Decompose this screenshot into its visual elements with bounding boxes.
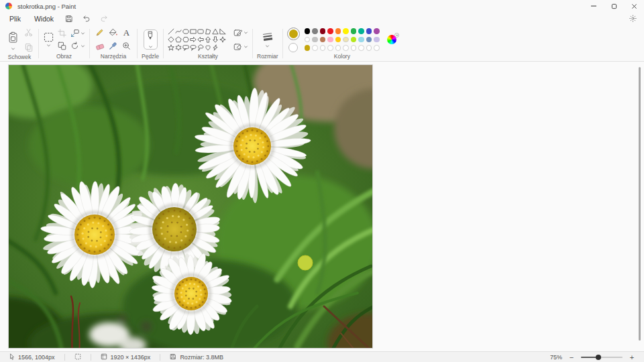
eyedropper-tool[interactable]: [107, 40, 119, 52]
color-swatch-r1-7[interactable]: [358, 28, 364, 34]
custom-color-slot-empty[interactable]: [335, 45, 341, 51]
custom-color-slot-empty[interactable]: [374, 45, 380, 51]
color-swatch-r1-0[interactable]: [305, 28, 311, 34]
close-button[interactable]: [624, 0, 644, 12]
canvas-area[interactable]: [0, 62, 644, 351]
shapes-grid: [168, 28, 226, 52]
color-swatch-r2-9[interactable]: [374, 37, 380, 43]
custom-color-slot-empty[interactable]: [312, 45, 318, 51]
color-1-selected[interactable]: [287, 27, 300, 40]
zoom-slider[interactable]: [581, 357, 623, 358]
shape-heart-icon[interactable]: [205, 44, 211, 51]
rotate-dropdown[interactable]: [80, 44, 85, 48]
shape-rounded-rectangle-icon[interactable]: [197, 28, 204, 35]
shape-polygon-icon[interactable]: [205, 28, 211, 35]
shape-five-point-star-icon[interactable]: [168, 44, 174, 51]
image-size-icon: [101, 353, 107, 361]
shape-arrow-down-icon[interactable]: [212, 36, 219, 43]
shape-arrow-up-icon[interactable]: [205, 36, 211, 43]
shape-pentagon-icon[interactable]: [175, 36, 182, 43]
color-swatch-r1-2[interactable]: [320, 28, 326, 34]
save-button[interactable]: [62, 13, 76, 24]
resize-image-button[interactable]: [69, 27, 80, 39]
shape-arrow-right-icon[interactable]: [190, 36, 197, 43]
rotate-button[interactable]: [69, 40, 80, 52]
color-swatch-custom-0[interactable]: [305, 45, 311, 51]
text-tool[interactable]: A: [121, 27, 132, 38]
color-swatch-r1-9[interactable]: [374, 28, 380, 34]
select-button[interactable]: [43, 32, 54, 43]
color-swatch-r2-3[interactable]: [327, 37, 333, 43]
custom-color-slot-empty[interactable]: [343, 45, 349, 51]
shape-outline-dropdown[interactable]: [244, 31, 248, 35]
brushes-button[interactable]: [144, 29, 158, 50]
shape-arrow-left-icon[interactable]: [197, 36, 204, 43]
zoom-slider-thumb[interactable]: [596, 355, 601, 360]
fill-tool[interactable]: [107, 27, 119, 38]
shape-fill-dropdown[interactable]: [244, 45, 248, 49]
colors-label: Kolory: [334, 52, 350, 61]
color-swatch-r2-1[interactable]: [312, 37, 318, 43]
redo-button[interactable]: [97, 13, 111, 24]
color-swatch-r1-6[interactable]: [351, 28, 357, 34]
color-swatch-r1-5[interactable]: [343, 28, 349, 34]
shape-oval-icon[interactable]: [182, 28, 189, 35]
shape-right-triangle-icon[interactable]: [219, 28, 226, 35]
custom-color-slot-empty[interactable]: [366, 45, 372, 51]
custom-color-slot-empty[interactable]: [320, 45, 326, 51]
color-swatch-r2-4[interactable]: [335, 37, 341, 43]
settings-gear-icon[interactable]: [625, 13, 640, 24]
color-swatch-r1-1[interactable]: [312, 28, 318, 34]
resize-canvas-button[interactable]: [56, 40, 68, 52]
paste-button[interactable]: [5, 29, 21, 46]
color-swatch-r2-7[interactable]: [358, 37, 364, 43]
minimize-button[interactable]: [584, 0, 604, 12]
resize-dropdown[interactable]: [80, 32, 85, 36]
shape-six-point-star-icon[interactable]: [175, 44, 182, 51]
shape-rounded-callout-icon[interactable]: [182, 44, 189, 51]
shape-fill-button[interactable]: [232, 41, 244, 52]
magnifier-tool[interactable]: [121, 40, 132, 52]
color-swatch-r2-6[interactable]: [351, 37, 357, 43]
vertical-scrollbar[interactable]: [639, 67, 641, 341]
shape-oval-callout-icon[interactable]: [190, 44, 197, 51]
color-2[interactable]: [288, 43, 298, 52]
copy-button[interactable]: [23, 42, 34, 53]
shape-diamond-icon[interactable]: [168, 36, 174, 43]
menu-view[interactable]: Widok: [29, 13, 59, 24]
shape-triangle-icon[interactable]: [212, 28, 219, 35]
shape-hexagon-icon[interactable]: [182, 36, 189, 43]
color-swatch-r2-0[interactable]: [305, 37, 311, 43]
zoom-out-button[interactable]: −: [568, 353, 576, 361]
shape-four-point-star-icon[interactable]: [219, 36, 226, 43]
color-swatch-r2-2[interactable]: [320, 37, 326, 43]
color-swatch-r2-8[interactable]: [366, 37, 372, 43]
color-swatch-r1-3[interactable]: [327, 28, 333, 34]
paste-dropdown[interactable]: [11, 47, 15, 51]
custom-color-slot-empty[interactable]: [351, 45, 357, 51]
pencil-tool[interactable]: [94, 27, 105, 38]
shape-outline-button[interactable]: [232, 27, 244, 38]
shape-rectangle-icon[interactable]: [190, 28, 197, 35]
menu-file[interactable]: Plik: [4, 13, 26, 24]
size-button[interactable]: [262, 32, 274, 48]
crop-button[interactable]: [56, 27, 68, 39]
maximize-button[interactable]: [604, 0, 624, 12]
color-swatch-r1-4[interactable]: [335, 28, 341, 34]
shape-line-icon[interactable]: [168, 28, 174, 35]
custom-color-slot-empty[interactable]: [327, 45, 333, 51]
edit-colors-button[interactable]: +: [387, 35, 397, 45]
shape-lightning-icon[interactable]: [212, 44, 219, 51]
shape-curve-icon[interactable]: [175, 28, 182, 35]
color-swatch-r2-5[interactable]: [343, 37, 349, 43]
select-dropdown[interactable]: [46, 44, 51, 48]
section-brushes: Pędzle: [138, 26, 162, 61]
cut-button[interactable]: [23, 27, 34, 38]
color-swatch-r1-8[interactable]: [366, 28, 372, 34]
canvas-image-daisies[interactable]: [9, 65, 372, 348]
zoom-in-button[interactable]: +: [628, 353, 636, 361]
eraser-tool[interactable]: [94, 40, 105, 52]
undo-button[interactable]: [79, 13, 94, 24]
shape-cloud-callout-icon[interactable]: [197, 44, 204, 51]
custom-color-slot-empty[interactable]: [358, 45, 364, 51]
